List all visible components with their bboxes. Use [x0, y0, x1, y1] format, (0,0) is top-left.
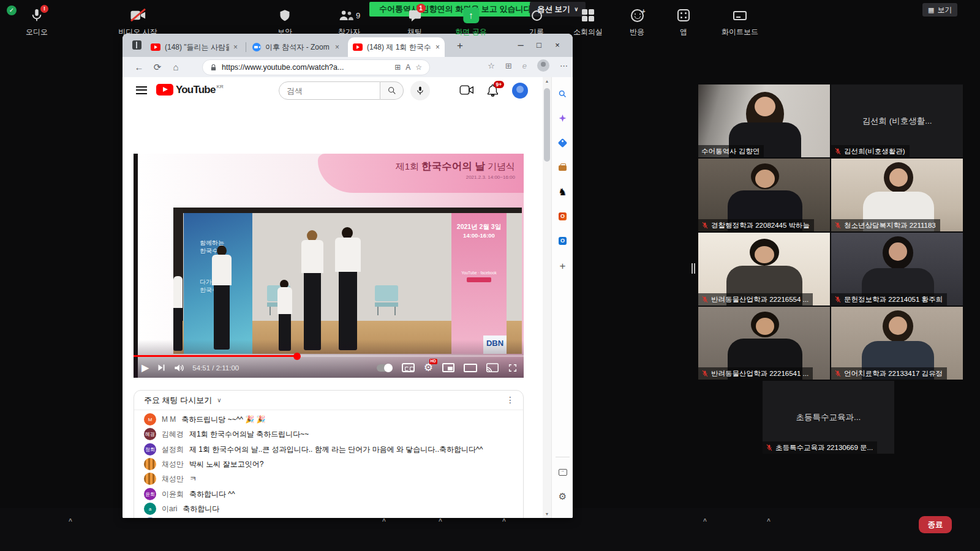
- youtube-avatar[interactable]: [512, 83, 528, 99]
- share-options-chevron[interactable]: ^: [502, 518, 506, 525]
- tab-close-icon[interactable]: ×: [335, 43, 339, 51]
- whiteboard-button[interactable]: 화이트보드: [722, 7, 758, 37]
- back-icon[interactable]: ←: [130, 62, 148, 72]
- audio-options-chevron[interactable]: ^: [69, 518, 72, 525]
- chat-author[interactable]: 이윤회: [162, 489, 184, 500]
- split-screen-icon[interactable]: ⊞: [394, 63, 401, 72]
- next-icon[interactable]: [157, 363, 166, 372]
- address-bar[interactable]: https://www.youtube.com/watch?a... ⊞ A ☆: [202, 59, 430, 75]
- autoplay-toggle[interactable]: [377, 364, 393, 372]
- participant-tile[interactable]: 김선희 (비호생활... 김선희(비호생활관): [831, 84, 963, 157]
- apps-button[interactable]: 앱: [677, 7, 690, 37]
- cast-icon[interactable]: [486, 363, 499, 373]
- participant-tile[interactable]: 반려동물산업학과 22216554 ...: [698, 233, 830, 305]
- avatar[interactable]: M: [144, 413, 156, 425]
- record-button[interactable]: 기록: [529, 7, 544, 37]
- audio-button[interactable]: ! 오디오: [26, 7, 48, 37]
- voice-search-button[interactable]: [410, 81, 430, 100]
- favorites-icon[interactable]: ☆: [488, 61, 495, 70]
- sidebar-add-icon[interactable]: +: [552, 258, 573, 274]
- settings-gear-icon[interactable]: ⚙HD: [424, 362, 433, 373]
- browser-tab-1[interactable]: (148) "들리는 사람들 ×: [146, 38, 243, 56]
- participants-options-chevron[interactable]: ^: [382, 518, 386, 525]
- scroll-down-icon[interactable]: ▼: [543, 512, 551, 516]
- tab-close-icon[interactable]: ×: [435, 43, 440, 51]
- volume-icon[interactable]: [174, 363, 185, 373]
- progress-bar[interactable]: [134, 355, 524, 357]
- subtitles-icon[interactable]: [402, 363, 415, 372]
- avatar[interactable]: 혜경: [144, 428, 156, 440]
- avatar-earth[interactable]: [144, 517, 156, 518]
- chat-replay-panel[interactable]: 주요 채팅 다시보기 ∨ ⋮ MM M축하드립니당 ~~^^ 🎉 🎉 혜경김혜경…: [134, 390, 524, 518]
- window-maximize-button[interactable]: □: [530, 39, 548, 52]
- miniplayer-icon[interactable]: [442, 363, 454, 372]
- tab-close-icon[interactable]: ×: [233, 43, 238, 51]
- home-icon[interactable]: ⌂: [167, 62, 185, 72]
- chat-author[interactable]: 채성만: [162, 459, 184, 470]
- participant-tile[interactable]: 반려동물산업학과 22216541 ...: [698, 307, 830, 380]
- search-button[interactable]: [380, 81, 404, 100]
- breakout-rooms-button[interactable]: 소회의실: [573, 7, 603, 37]
- participant-tile[interactable]: 문헌정보학과 22214051 황주희: [831, 233, 963, 305]
- tab-workspaces-icon[interactable]: [132, 40, 141, 50]
- edge-e-icon[interactable]: e: [522, 61, 527, 70]
- youtube-logo[interactable]: YouTube KR: [156, 84, 224, 96]
- avatar[interactable]: 윤회: [144, 488, 156, 500]
- whiteboard-options-chevron[interactable]: ^: [767, 518, 771, 525]
- browser-tab-2[interactable]: 이후 참석자 - Zoom ×: [247, 38, 344, 56]
- scroll-up-icon[interactable]: ▲: [543, 79, 551, 83]
- fullscreen-icon[interactable]: [508, 363, 518, 373]
- security-button[interactable]: 보안: [277, 7, 292, 37]
- refresh-icon[interactable]: ⟳: [148, 62, 167, 73]
- participant-tile[interactable]: 경찰행정학과 22082445 박하늘: [698, 159, 830, 231]
- avatar[interactable]: 정희: [144, 443, 156, 455]
- avatar-tiger[interactable]: [144, 458, 156, 470]
- chat-replay-header[interactable]: 주요 채팅 다시보기 ∨ ⋮: [134, 391, 523, 410]
- chat-author[interactable]: 채성만: [162, 474, 184, 484]
- sidebar-outlook-icon[interactable]: O: [552, 233, 573, 249]
- chat-author[interactable]: 설정희: [162, 444, 184, 455]
- notifications-bell-icon[interactable]: 9+: [486, 84, 499, 97]
- chat-author[interactable]: 이ari: [162, 504, 177, 514]
- browser-tab-3-active[interactable]: (148) 제 1회 한국수 ×: [348, 37, 445, 57]
- sidebar-toolbox-icon[interactable]: [552, 159, 573, 175]
- apps-options-chevron[interactable]: ^: [703, 518, 707, 525]
- play-icon[interactable]: ▶: [141, 362, 149, 373]
- sidebar-copilot-icon[interactable]: [552, 110, 573, 126]
- sidebar-office-icon[interactable]: O: [552, 208, 573, 224]
- avatar-tiger[interactable]: [144, 473, 156, 485]
- share-screen-button[interactable]: ↑ 화면 공유: [455, 7, 486, 37]
- menu-hamburger-icon[interactable]: [136, 86, 147, 94]
- search-box[interactable]: [279, 81, 380, 100]
- sidebar-settings-icon[interactable]: ⚙: [552, 489, 573, 504]
- theater-mode-icon[interactable]: [464, 364, 477, 372]
- participant-tile[interactable]: 초등특수교육과... 초등특수교육과 22130669 문...: [763, 381, 894, 454]
- page-scrollbar[interactable]: ▲ ▼: [543, 77, 551, 518]
- avatar[interactable]: a: [144, 503, 156, 515]
- chat-options-chevron[interactable]: ^: [439, 518, 442, 525]
- browser-profile-avatar[interactable]: [537, 59, 549, 72]
- collections-icon[interactable]: ⊞: [505, 61, 512, 70]
- participant-tile[interactable]: 언어치료학과 22133417 김유정: [831, 307, 963, 380]
- participant-tile[interactable]: 청소년상담복지학과 2211183: [831, 159, 963, 231]
- add-favorite-icon[interactable]: ☆: [415, 63, 422, 72]
- search-input[interactable]: [287, 86, 372, 96]
- participants-button[interactable]: 9 참가자: [338, 7, 360, 37]
- sidebar-open-panel-icon[interactable]: [552, 464, 573, 480]
- sidebar-games-icon[interactable]: ♞: [552, 184, 573, 200]
- chat-author[interactable]: 김혜경: [162, 429, 184, 440]
- create-video-icon[interactable]: [459, 84, 474, 96]
- start-video-button[interactable]: 비디오 시작: [118, 7, 157, 37]
- participant-tile-interpreter[interactable]: 수어통역사 김향연: [698, 84, 830, 157]
- end-meeting-button[interactable]: 종료: [919, 516, 952, 533]
- gallery-resize-handle[interactable]: [692, 263, 696, 274]
- chat-menu-kebab-icon[interactable]: ⋮: [506, 395, 514, 405]
- window-minimize-button[interactable]: ─: [511, 39, 530, 52]
- sidebar-shopping-icon[interactable]: [552, 135, 573, 151]
- read-aloud-icon[interactable]: A: [405, 63, 410, 72]
- scrollbar-thumb[interactable]: [544, 88, 550, 162]
- video-player[interactable]: 제1회 한국수어의 날 기념식 2021.2.3. 14:00~16:00 함께…: [134, 154, 524, 378]
- chat-button[interactable]: 1 채팅: [407, 7, 422, 37]
- new-tab-button[interactable]: +: [453, 40, 467, 53]
- window-close-button[interactable]: ×: [548, 39, 567, 52]
